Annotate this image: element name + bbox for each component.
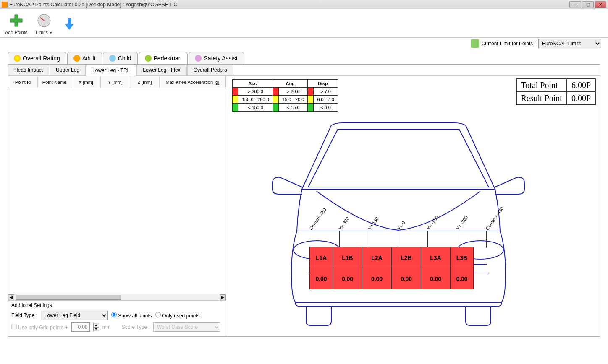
tab-pedestrian[interactable]: Pedestrian <box>139 52 188 64</box>
total-point-label: Total Point <box>516 79 567 92</box>
maximize-button[interactable]: ▢ <box>582 1 594 8</box>
limits-select[interactable]: EuroNCAP Limits <box>538 39 601 48</box>
window-title: EuroNCAP Points Calculator 0.2a [Desktop… <box>9 2 569 8</box>
current-limit-label: Current Limit for Points : <box>482 41 536 47</box>
arrow-down-icon <box>61 15 78 32</box>
zone-L3B[interactable]: L3B <box>451 247 474 268</box>
right-pane: AccAngDisp > 200.0> 20.0> 7.0 150.0 - 20… <box>226 76 600 336</box>
adult-icon <box>73 55 80 62</box>
pedestrian-icon <box>145 55 152 62</box>
impact-zones: L1A L1B L2A L2B L3A L3B 0.00 0.00 0.00 0… <box>309 247 474 289</box>
gauge-icon <box>36 12 52 29</box>
scroll-thumb[interactable] <box>16 295 121 300</box>
zone-val-2[interactable]: 0.00 <box>362 268 392 289</box>
tab-overall-rating[interactable]: Overall Rating <box>8 52 66 64</box>
add-points-label: Add Points <box>5 30 27 35</box>
points-table: Point Id Point Name X [mm] Y [mm] Z [mm]… <box>8 76 226 88</box>
only-used-radio[interactable]: Only used points <box>155 312 200 319</box>
score-type-label: Score Type : <box>122 324 150 330</box>
col-point-id[interactable]: Point Id <box>8 76 38 88</box>
zone-L1B[interactable]: L1B <box>333 247 362 268</box>
grid-points-checkbox[interactable]: Use only Grid points + <box>11 324 68 330</box>
tab-child[interactable]: Child <box>103 52 138 64</box>
horizontal-scrollbar[interactable]: ◀ ▶ <box>8 294 226 300</box>
left-pane: Point Id Point Name X [mm] Y [mm] Z [mm]… <box>8 76 226 336</box>
total-point-value: 6.00P <box>567 79 595 92</box>
main-toolbar: Add Points Limits ▼ <box>0 9 608 38</box>
scroll-right-icon[interactable]: ▶ <box>220 294 226 300</box>
col-point-name[interactable]: Point Name <box>38 76 71 88</box>
tab-adult[interactable]: Adult <box>67 52 102 64</box>
zone-L1A[interactable]: L1A <box>310 247 333 268</box>
titlebar: EuroNCAP Points Calculator 0.2a [Desktop… <box>0 0 608 9</box>
zone-val-3[interactable]: 0.00 <box>392 268 421 289</box>
results-table: Total Point6.00P Result Point0.00P <box>516 78 596 105</box>
star-icon <box>14 55 21 62</box>
limits-button[interactable]: Limits ▼ <box>36 12 52 35</box>
spin-down-icon: ▼ <box>93 327 99 331</box>
grid-value-input <box>71 322 90 332</box>
settings-title: Addtional Settings <box>11 302 223 308</box>
grid-spinner: ▲▼ <box>93 323 99 331</box>
sub-tabs: Head Impact Upper Leg Lower Leg - TRL Lo… <box>8 65 600 76</box>
limits-label: Limits ▼ <box>36 30 52 35</box>
limits-bar: Current Limit for Points : EuroNCAP Limi… <box>0 38 608 49</box>
download-button[interactable] <box>61 15 78 32</box>
scroll-left-icon[interactable]: ◀ <box>8 294 14 300</box>
subtab-upper-leg[interactable]: Upper Leg <box>50 65 86 75</box>
zone-val-1[interactable]: 0.00 <box>333 268 362 289</box>
field-type-select[interactable]: Lower Leg Field <box>41 311 108 320</box>
col-z[interactable]: Z [mm] <box>130 76 160 88</box>
subtab-head-impact[interactable]: Head Impact <box>8 65 49 75</box>
points-table-body <box>8 88 226 294</box>
main-tabs: Overall Rating Adult Child Pedestrian Sa… <box>0 52 608 64</box>
window-controls: — ▢ ✕ <box>569 1 606 8</box>
legend-table: AccAngDisp > 200.0> 20.0> 7.0 150.0 - 20… <box>232 79 338 112</box>
zone-val-0[interactable]: 0.00 <box>310 268 333 289</box>
zone-L2B[interactable]: L2B <box>392 247 421 268</box>
tab-safety-assist[interactable]: Safety Assist <box>189 52 244 64</box>
app-icon <box>2 2 8 8</box>
car-diagram: Corner= 450 Y= 300 Y= 150 Y= 0 Y= -150 Y… <box>268 122 529 328</box>
show-all-radio[interactable]: Show all points <box>111 312 152 319</box>
field-type-label: Field Type : <box>11 312 37 318</box>
additional-settings: Addtional Settings Field Type : Lower Le… <box>8 300 226 336</box>
result-point-value: 0.00P <box>567 92 595 105</box>
swatch-yellow <box>233 96 238 104</box>
spin-up-icon: ▲ <box>93 323 99 327</box>
add-points-button[interactable]: Add Points <box>5 12 27 35</box>
close-button[interactable]: ✕ <box>595 1 606 8</box>
content-frame: Head Impact Upper Leg Lower Leg - TRL Lo… <box>8 64 600 337</box>
safety-icon <box>195 55 202 62</box>
grid-unit: mm <box>102 324 111 330</box>
child-icon <box>109 55 116 62</box>
col-x[interactable]: X [mm] <box>71 76 101 88</box>
zone-val-4[interactable]: 0.00 <box>421 268 451 289</box>
leaf-icon <box>471 39 479 48</box>
col-y[interactable]: Y [mm] <box>101 76 130 88</box>
zone-val-5[interactable]: 0.00 <box>451 268 474 289</box>
score-type-select: Worst Case Score <box>153 322 220 332</box>
swatch-green <box>233 104 238 112</box>
col-max-knee[interactable]: Max Knee Acceleration [g] <box>160 76 226 88</box>
zone-L3A[interactable]: L3A <box>421 247 451 268</box>
subtab-lower-leg-flex[interactable]: Lower Leg - Flex <box>136 65 186 75</box>
subtab-lower-leg-trl[interactable]: Lower Leg - TRL <box>86 65 136 76</box>
swatch-red <box>233 88 238 96</box>
result-point-label: Result Point <box>516 92 567 105</box>
zone-L2A[interactable]: L2A <box>362 247 392 268</box>
minimize-button[interactable]: — <box>569 1 581 8</box>
subtab-overall-pedpro[interactable]: Overall Pedpro <box>187 65 233 75</box>
plus-icon <box>8 12 25 29</box>
